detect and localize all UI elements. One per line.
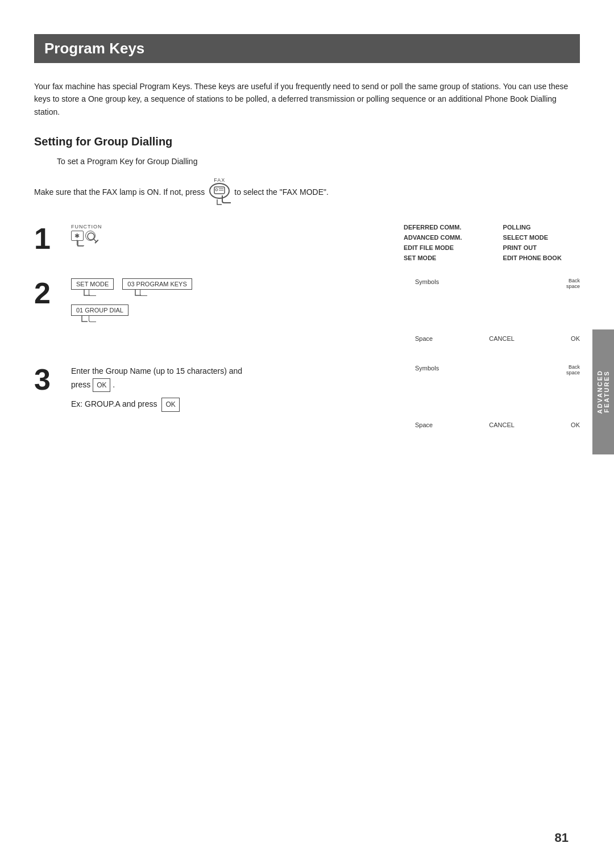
step-3-body: Enter the Group Name (up to 15 character… [71,365,404,428]
fax-label: FAX [214,177,225,183]
step-3-example: Ex: GROUP.A and press OK [71,398,404,411]
asterisk-icon: ✱ [73,232,81,239]
side-tab-text: ADVANCEDFEATURES [596,370,610,414]
space-label-3: Space [415,422,433,428]
func-cursor-icon [77,241,85,248]
fax-suffix-text: to select the "FAX MODE". [234,187,329,197]
step-1: 1 FUNCTION ✱ [34,224,580,261]
menu-item-set-mode: SET MODE [404,254,480,261]
page-title: Program Keys [44,40,570,57]
step-2-body: SET MODE 03 PROGRAM KEYS [71,278,404,342]
symbols-label-3: Symbols [415,365,439,372]
svg-point-5 [88,233,94,240]
svg-line-6 [94,239,97,242]
kb-bottom-row-2: Space CANCEL OK [415,335,580,342]
intro-paragraph: Your fax machine has special Program Key… [34,80,580,118]
set-mode-cursor [83,290,91,297]
fax-circle-icon [209,183,230,199]
cancel-label-2: CANCEL [489,335,515,342]
section-heading: Setting for Group Dialling [34,135,580,148]
step-2-number: 2 [34,278,71,342]
group-dial-key: 01 GROUP DIAL [71,304,128,316]
ok-key-1: OK [93,378,110,392]
step-2: 2 SET MODE 03 PROGRAM KEYS [34,278,580,342]
menu-item-select: SELECT MODE [503,234,580,241]
menu-item-edit-file: EDIT FILE MODE [404,244,480,251]
fax-button-icon: FAX [209,177,230,207]
step-2-keys: SET MODE 03 PROGRAM KEYS [71,278,404,316]
step-3-line2: press [71,380,90,389]
fax-instruction: Make sure that the FAX lamp is ON. If no… [34,177,580,207]
ok-label-2: OK [571,335,580,342]
page-number: 81 [555,831,569,845]
program-keys-cursor [134,290,142,297]
group-dial-cursor [81,316,89,323]
backspace-label-2: Backspace [566,278,580,290]
fax-prefix-text: Make sure that the FAX lamp is ON. If no… [34,187,205,197]
step-3-line3: Ex: GROUP.A and press [71,399,157,408]
backspace-label-3: Backspace [566,365,580,376]
menu-item-print: PRINT OUT [503,244,580,251]
page: ADVANCEDFEATURES Program Keys Your fax m… [0,0,614,868]
step-2-group-dial-row: 01 GROUP DIAL [71,304,404,316]
function-icon: ✱ [71,231,96,241]
sub-heading: To set a Program Key for Group Dialling [57,157,580,166]
main-content: Program Keys Your fax machine has specia… [34,34,580,834]
cancel-label-3: CANCEL [489,422,515,428]
step-2-keyboard: Symbols Backspace Space CANCEL OK [404,278,580,342]
step-2-keys-row: SET MODE 03 PROGRAM KEYS [71,278,404,290]
symbols-label-2: Symbols [415,278,439,285]
period: . [113,380,115,389]
kb-top-row-3: Symbols Backspace [415,365,580,376]
title-bar: Program Keys [34,34,580,63]
svg-point-1 [215,189,218,191]
menu-item-polling: POLLING [503,224,580,231]
kb-bottom-row-3: Space CANCEL OK [415,422,580,428]
kb-top-row-2: Symbols Backspace [415,278,580,290]
menu-item-edit-phone: EDIT PHONE BOOK [503,254,580,261]
step-3-keyboard: Symbols Backspace Space CANCEL OK [404,365,580,428]
step-3-text: Enter the Group Name (up to 15 character… [71,365,404,392]
svg-text:✱: ✱ [74,232,80,239]
step-3-number: 3 [34,365,71,428]
fax-svg-icon [214,186,225,195]
step-3-line1: Enter the Group Name (up to 15 character… [71,366,242,375]
search-icon [86,231,97,243]
menu-item-deferred: DEFERRED COMM. [404,224,480,231]
step-3: 3 Enter the Group Name (up to 15 charact… [34,365,580,428]
step-1-number: 1 [34,224,71,261]
space-label-2: Space [415,335,433,342]
ok-label-3: OK [571,422,580,428]
program-keys-key: 03 PROGRAM KEYS [122,278,192,290]
step-1-body: FUNCTION ✱ [71,224,398,261]
magnify-icon [85,231,96,241]
function-key-wrapper: FUNCTION ✱ [71,224,398,241]
function-label: FUNCTION [71,224,102,229]
menu-item-advanced: ADVANCED COMM. [404,234,480,241]
menu-grid: DEFERRED COMM. POLLING ADVANCED COMM. SE… [404,224,580,261]
func-key-icon: ✱ [71,231,84,241]
step-1-menu: DEFERRED COMM. POLLING ADVANCED COMM. SE… [398,224,580,261]
set-mode-key: SET MODE [71,278,114,290]
ok-key-2: OK [161,398,179,411]
side-tab: ADVANCEDFEATURES [592,329,614,454]
